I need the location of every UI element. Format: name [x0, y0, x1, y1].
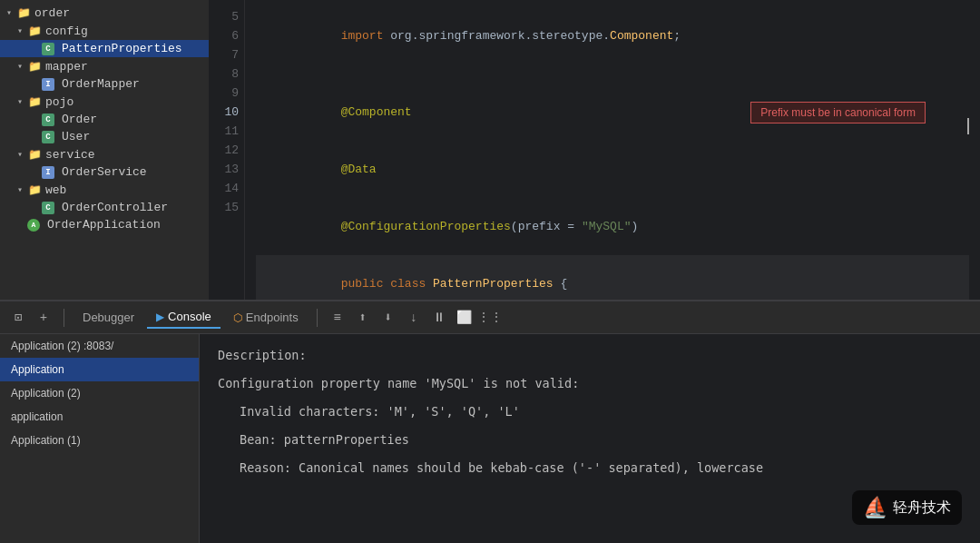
code-editor[interactable]: import org.springframework.stereotype.Co… — [245, 0, 980, 300]
sidebar-item-user[interactable]: ▾ C User — [0, 128, 209, 145]
main-container: ▾ 📁 order ▾ 📁 config ▾ C PatternProperti… — [0, 0, 980, 543]
sidebar-item-pattern-properties[interactable]: ▾ C PatternProperties — [0, 40, 209, 57]
tab-console-label: Console — [168, 310, 211, 323]
arrow-icon: ▾ — [15, 184, 25, 195]
folder-icon: 📁 — [27, 183, 42, 197]
annotation: @Data — [341, 163, 377, 176]
app-icon: A — [27, 219, 40, 232]
arrow-icon: ▾ — [15, 149, 25, 160]
console-description-label: Description: — [218, 345, 962, 366]
code-line-8: @Data — [256, 141, 969, 198]
interface-icon: I — [42, 166, 54, 179]
run-config-sidebar: Application (2) :8083/ Application Appli… — [0, 334, 200, 543]
add-icon[interactable]: + — [33, 307, 54, 329]
sidebar: ▾ 📁 order ▾ 📁 config ▾ C PatternProperti… — [0, 0, 209, 300]
line-num: 7 — [214, 45, 239, 64]
scroll-end-icon[interactable]: ↓ — [403, 307, 425, 329]
code-line-10: public class PatternProperties { 💡 — [256, 255, 969, 300]
tab-endpoints[interactable]: ⬡ Endpoints — [224, 307, 308, 328]
class-icon: C — [42, 131, 54, 143]
code-text: ; — [673, 29, 681, 43]
run-config-item-2[interactable]: Application — [0, 358, 199, 381]
bottom-section: ⊡ + Debugger ▶ Console ⬡ Endpoints ≡ ⬆ ⬇… — [0, 300, 980, 543]
sidebar-item-order-application[interactable]: ▾ A OrderApplication — [0, 216, 209, 233]
class-icon: C — [42, 202, 54, 214]
scroll-up-icon[interactable]: ⬆ — [352, 307, 374, 329]
console-line-1: Configuration property name 'MySQL' is n… — [218, 373, 962, 394]
run-config-item-1[interactable]: Application (2) :8083/ — [0, 334, 199, 358]
separator — [317, 309, 318, 327]
sidebar-item-order-class[interactable]: ▾ C Order — [0, 111, 209, 128]
sidebar-item-pojo[interactable]: ▾ 📁 pojo — [0, 93, 209, 111]
watermark: ⛵ 轻舟技术 — [852, 490, 962, 525]
line-num: 5 — [214, 7, 239, 26]
sidebar-label-pattern-properties: PatternProperties — [62, 42, 182, 55]
error-tooltip: Prefix must be in canonical form — [750, 102, 926, 123]
annotation: @Component — [341, 105, 412, 119]
arrow-icon: ▾ — [4, 7, 15, 18]
sidebar-label-order: order — [34, 6, 70, 20]
sidebar-label-order-mapper: OrderMapper — [62, 77, 140, 91]
code-line-9: @ConfigurationProperties(prefix = "MySQL… — [256, 198, 969, 255]
tab-debugger-label: Debugger — [83, 311, 134, 324]
folder-icon: 📁 — [16, 5, 31, 20]
sidebar-label-order-application: OrderApplication — [47, 218, 161, 232]
tab-debugger[interactable]: Debugger — [74, 307, 143, 328]
endpoints-icon: ⬡ — [233, 311, 242, 324]
run-config-item-3[interactable]: Application (2) — [0, 381, 199, 405]
watermark-text: 轻舟技术 — [893, 499, 951, 518]
string-literal: "MySQL" — [582, 220, 632, 233]
line-num: 12 — [214, 141, 239, 160]
sidebar-item-mapper[interactable]: ▾ 📁 mapper — [0, 57, 209, 75]
separator — [64, 309, 64, 327]
sidebar-label-order-class: Order — [62, 113, 97, 126]
line-num: 8 — [214, 64, 239, 84]
sidebar-label-order-controller: OrderController — [62, 201, 168, 214]
sidebar-item-order-controller[interactable]: ▾ C OrderController — [0, 199, 209, 216]
tab-console[interactable]: ▶ Console — [147, 306, 220, 329]
sidebar-item-order-service[interactable]: ▾ I OrderService — [0, 163, 209, 181]
class-icon: C — [42, 43, 54, 55]
class-name: PatternProperties — [433, 277, 560, 291]
console-line-3: Bean: patternProperties — [218, 429, 962, 450]
line-num: 6 — [214, 26, 239, 45]
sidebar-item-config[interactable]: ▾ 📁 config — [0, 22, 209, 40]
line-num: 9 — [214, 84, 239, 103]
sidebar-label-config: config — [45, 25, 88, 38]
code-text: (prefix = — [511, 220, 582, 233]
run-config-item-5[interactable]: Application (1) — [0, 429, 199, 452]
more-icon[interactable]: ⋮⋮ — [479, 307, 501, 329]
sidebar-item-web[interactable]: ▾ 📁 web — [0, 181, 209, 199]
run-config-item-4[interactable]: application — [0, 405, 199, 429]
sidebar-label-mapper: mapper — [45, 60, 88, 74]
sidebar-label-pojo: pojo — [45, 95, 74, 109]
code-text: org.springframework.stereotype. — [390, 29, 610, 43]
arrow-icon: ▾ — [15, 61, 25, 72]
arrow-icon: ▾ — [15, 25, 25, 36]
sidebar-label-web: web — [45, 183, 66, 197]
sidebar-label-order-service: OrderService — [62, 165, 147, 179]
line-num: 13 — [214, 160, 239, 179]
sidebar-label-user: User — [62, 130, 90, 143]
line-numbers: 5 6 7 8 9 10 11 12 13 14 15 — [209, 0, 245, 300]
sidebar-item-service[interactable]: ▾ 📁 service — [0, 145, 209, 163]
console-line-4: Reason: Canonical names should be kebab-… — [218, 458, 962, 479]
code-text: ) — [631, 220, 638, 233]
annotation: @ConfigurationProperties — [341, 220, 511, 233]
sidebar-item-order[interactable]: ▾ 📁 order — [0, 4, 209, 22]
top-section: ▾ 📁 order ▾ 📁 config ▾ C PatternProperti… — [0, 0, 980, 300]
rerun-icon[interactable]: ⊡ — [7, 307, 29, 329]
keyword-public: public — [341, 277, 391, 291]
pause-icon[interactable]: ⏸ — [428, 307, 450, 329]
scroll-down-icon[interactable]: ⬇ — [377, 307, 399, 329]
layout-icon[interactable]: ⬜ — [454, 307, 475, 329]
folder-icon: 📁 — [27, 147, 42, 162]
class-icon: C — [42, 114, 54, 126]
code-text: Component — [610, 29, 673, 43]
sidebar-item-order-mapper[interactable]: ▾ I OrderMapper — [0, 75, 209, 93]
line-num: 15 — [214, 198, 239, 217]
watermark-icon: ⛵ — [863, 496, 887, 519]
bottom-toolbar: ⊡ + Debugger ▶ Console ⬡ Endpoints ≡ ⬆ ⬇… — [0, 301, 980, 334]
filter-icon[interactable]: ≡ — [327, 307, 348, 329]
editor-area: 5 6 7 8 9 10 11 12 13 14 15 import org — [209, 0, 980, 300]
